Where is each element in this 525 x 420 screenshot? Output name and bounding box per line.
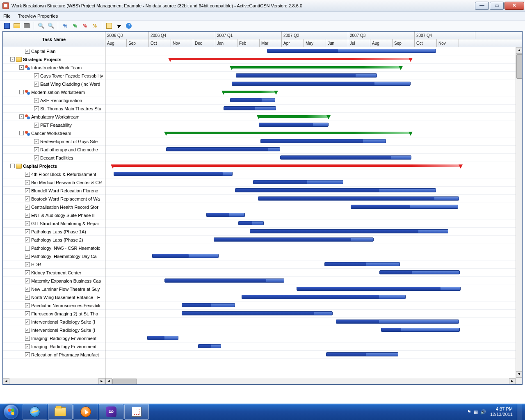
tree-row[interactable]: ✓Pathology Labs (Phase 2)	[3, 236, 105, 244]
cursor-icon[interactable]: ➤	[113, 20, 125, 31]
gantt-bar[interactable]	[336, 320, 459, 324]
gantt-row[interactable]	[105, 293, 516, 301]
menu-treeview-properties[interactable]: Treeview Properties	[18, 14, 58, 18]
gantt-row[interactable]	[105, 47, 516, 55]
percent-red-icon[interactable]: %	[80, 21, 89, 30]
minimize-button[interactable]: —	[475, 2, 489, 10]
tree-row[interactable]: ✓Paediatric Neurosciences Feasibili	[3, 301, 105, 310]
gantt-bar[interactable]	[224, 106, 276, 110]
checkbox[interactable]: ✓	[25, 221, 30, 226]
tree-row[interactable]: ✓Interventional Radiology Suite (I	[3, 318, 105, 326]
checkbox[interactable]: ✓	[25, 262, 30, 267]
checkbox[interactable]: ✓	[25, 237, 30, 242]
tree-row[interactable]: ✓Bostock Ward Replacement of Wa	[3, 195, 105, 203]
gantt-bar[interactable]	[166, 147, 280, 151]
tree-row[interactable]: ✓Interventional Radiology Suite (I	[3, 326, 105, 334]
checkbox[interactable]: ✓	[34, 139, 39, 144]
gantt-summary-bar[interactable]	[113, 164, 461, 167]
gantt-row[interactable]	[105, 64, 516, 72]
gantt-bar[interactable]	[147, 336, 178, 340]
gantt-row[interactable]	[105, 129, 516, 137]
checkbox[interactable]: ✓	[25, 172, 30, 177]
gantt-row[interactable]	[105, 88, 516, 96]
scroll-track[interactable]	[9, 378, 98, 384]
gantt-row[interactable]	[105, 301, 516, 310]
tree-row[interactable]: ✓Radiotherapy and Chemothe	[3, 146, 105, 154]
gantt-bar[interactable]	[182, 311, 333, 315]
tray-clock[interactable]: 4:37 PM 12/13/2011	[490, 406, 513, 417]
gantt-row[interactable]	[105, 96, 516, 105]
checkbox[interactable]: ✓	[25, 229, 30, 234]
gantt-row[interactable]	[105, 203, 516, 211]
gantt-row[interactable]	[105, 178, 516, 187]
expand-toggle[interactable]: -	[10, 57, 15, 62]
gantt-row[interactable]	[105, 285, 516, 293]
scroll-left-icon[interactable]: ◄	[105, 378, 112, 384]
scroll-thumb[interactable]	[112, 379, 137, 384]
open-icon[interactable]	[12, 21, 21, 30]
menu-file[interactable]: File	[3, 14, 11, 18]
gantt-bar[interactable]	[235, 188, 436, 192]
tree-row[interactable]: -Infrastructure Work Team	[3, 64, 105, 72]
tree-row[interactable]: ✓Pathology: Haematology Day Ca	[3, 252, 105, 260]
checkbox[interactable]: ✓	[25, 336, 30, 341]
gantt-bar[interactable]	[260, 139, 386, 143]
checkbox[interactable]: ✓	[25, 213, 30, 218]
gantt-row[interactable]	[105, 342, 516, 351]
gantt-row[interactable]	[105, 269, 516, 277]
checkbox[interactable]: ✓	[34, 123, 39, 128]
tray-flag-icon[interactable]: ⚑	[467, 409, 471, 415]
gantt-row[interactable]	[105, 137, 516, 146]
checkbox[interactable]: ✓	[34, 106, 39, 111]
tree-row[interactable]: ✓HDR	[3, 260, 105, 269]
gantt-bar[interactable]	[198, 344, 221, 348]
gantt-row[interactable]	[105, 228, 516, 236]
checkbox[interactable]: ✓	[25, 303, 30, 308]
gantt-bar[interactable]	[351, 205, 458, 209]
gantt-row[interactable]	[105, 146, 516, 154]
gantt-row[interactable]	[105, 162, 516, 170]
checkbox[interactable]: ✓	[25, 49, 30, 54]
gantt-bar[interactable]	[297, 287, 461, 291]
expand-toggle[interactable]: -	[10, 164, 15, 168]
gantt-bar[interactable]	[379, 270, 460, 274]
checkbox[interactable]: ✓	[25, 205, 30, 210]
scroll-left-icon[interactable]: ◄	[3, 378, 9, 384]
tree-row[interactable]: ✓Maternity Expansion Business Cas	[3, 277, 105, 285]
tree-row[interactable]: ✓North Wing Basement Entance - F	[3, 293, 105, 301]
gantt-row[interactable]	[105, 105, 516, 113]
checkbox[interactable]: ✓	[25, 295, 30, 300]
start-button[interactable]	[0, 404, 22, 420]
tool-icon[interactable]	[105, 21, 114, 30]
tree-row[interactable]: ✓Centralisation Health Record Stor	[3, 203, 105, 211]
scroll-track[interactable]	[516, 79, 522, 371]
gantt-bar[interactable]	[232, 82, 411, 86]
checkbox[interactable]: ✓	[25, 287, 30, 292]
gantt-bar[interactable]	[238, 221, 264, 225]
gantt-bar[interactable]	[250, 229, 448, 233]
gantt-row[interactable]	[105, 244, 516, 252]
gantt-row[interactable]	[105, 236, 516, 244]
taskbar-ie[interactable]	[23, 404, 47, 420]
checkbox[interactable]: ✓	[34, 82, 39, 87]
tree-row[interactable]: ✓A&E Reconfiguration	[3, 96, 105, 105]
tree-row[interactable]: ✓Redevelopment of Guys Site	[3, 137, 105, 146]
gantt-bar[interactable]	[164, 278, 284, 283]
gantt-row[interactable]	[105, 252, 516, 260]
gantt-bar[interactable]	[258, 196, 459, 201]
help-icon[interactable]: ?	[124, 21, 133, 30]
gantt-bar[interactable]	[152, 254, 219, 258]
tree-row[interactable]: ✓Decant Facilities	[3, 154, 105, 162]
gantt-bar[interactable]	[381, 328, 460, 332]
gantt-row[interactable]	[105, 72, 516, 80]
checkbox[interactable]: ✓	[25, 180, 30, 185]
gantt-row[interactable]	[105, 187, 516, 195]
tree-row[interactable]: ✓Bio Medical Research Center & CR	[3, 178, 105, 187]
tree-row[interactable]: ✓St. Thomas Main Theatres Stu	[3, 105, 105, 113]
taskbar-media-player[interactable]	[73, 404, 98, 420]
checkbox[interactable]: ✓	[25, 270, 30, 275]
checkbox[interactable]: ✓	[25, 254, 30, 259]
print-icon[interactable]	[22, 21, 31, 30]
gantt-summary-bar[interactable]	[170, 58, 411, 60]
gantt-row[interactable]	[105, 80, 516, 88]
